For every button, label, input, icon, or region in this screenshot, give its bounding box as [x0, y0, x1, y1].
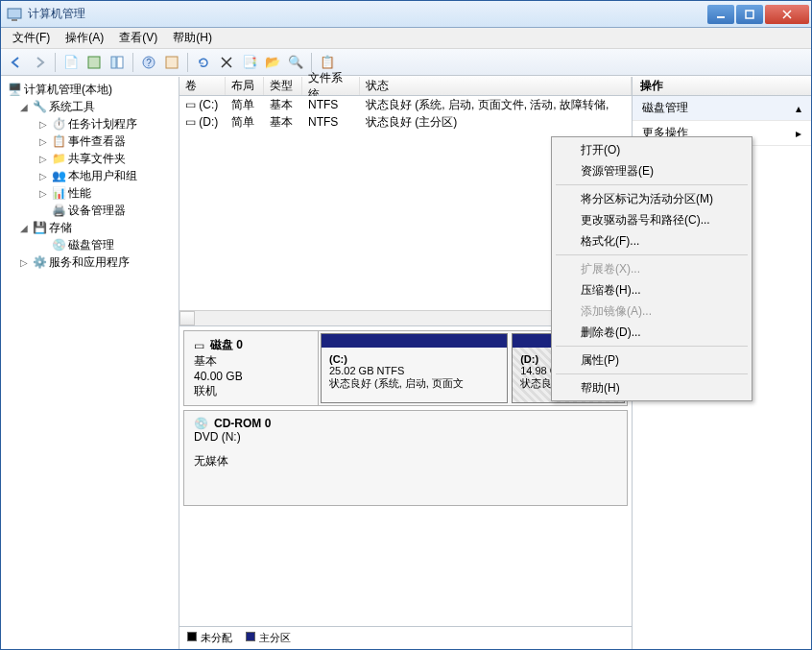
collapse-icon[interactable]: ◢: [18, 223, 30, 233]
refresh-icon[interactable]: [194, 53, 213, 72]
svg-rect-6: [117, 57, 123, 68]
menu-help[interactable]: 帮助(H): [554, 377, 750, 398]
col-status[interactable]: 状态: [360, 77, 632, 95]
svg-rect-2: [717, 16, 725, 18]
cdrom-block: 💿 CD-ROM 0 DVD (N:) 无媒体: [183, 410, 628, 506]
volume-row-c[interactable]: ▭ (C:) 简单 基本 NTFS 状态良好 (系统, 启动, 页面文件, 活动…: [179, 96, 632, 113]
expand-icon[interactable]: ▷: [37, 136, 49, 147]
drive-icon: ▭: [185, 115, 196, 129]
arrow-right-icon: ▸: [796, 127, 801, 140]
tree-shared-folders[interactable]: ▷📁共享文件夹: [1, 150, 179, 167]
disk-icon: ▭: [194, 339, 204, 352]
menu-action[interactable]: 操作(A): [58, 28, 111, 48]
expand-icon[interactable]: ▷: [37, 154, 49, 164]
up-icon[interactable]: 📄: [61, 53, 81, 72]
titlebar[interactable]: 计算机管理: [1, 1, 811, 28]
menu-extend: 扩展卷(X)...: [554, 258, 750, 279]
expand-icon[interactable]: ▷: [18, 257, 30, 268]
tree-task-scheduler[interactable]: ▷⏱️任务计划程序: [1, 115, 179, 132]
perf-icon: 📊: [51, 185, 66, 201]
device-icon: 🖨️: [51, 203, 66, 218]
folder-icon[interactable]: 📂: [263, 53, 282, 72]
menu-delete[interactable]: 删除卷(D)...: [554, 322, 750, 343]
drive-icon: ▭: [185, 98, 196, 111]
tools-icon: 🔧: [32, 99, 47, 114]
share-icon: 📁: [51, 151, 66, 166]
menu-open[interactable]: 打开(O): [554, 139, 750, 160]
nav-tree: 🖥️计算机管理(本地) ◢🔧系统工具 ▷⏱️任务计划程序 ▷📋事件查看器 ▷📁共…: [1, 77, 179, 649]
svg-rect-3: [746, 11, 753, 18]
search-icon[interactable]: 🔍: [286, 53, 305, 72]
col-volume[interactable]: 卷: [179, 77, 226, 95]
expand-icon[interactable]: ▷: [37, 188, 49, 199]
menu-mark-active[interactable]: 将分区标记为活动分区(M): [554, 188, 750, 209]
users-icon: 👥: [51, 168, 66, 183]
svg-rect-0: [8, 9, 21, 18]
menu-change-drive[interactable]: 更改驱动器号和路径(C)...: [554, 209, 750, 230]
menu-explorer[interactable]: 资源管理器(E): [554, 160, 750, 181]
menu-properties[interactable]: 属性(P): [554, 349, 750, 371]
cdrom-icon: 💿: [194, 417, 208, 430]
menu-file[interactable]: 文件(F): [5, 28, 58, 48]
storage-icon: 💾: [32, 220, 47, 235]
tree-performance[interactable]: ▷📊性能: [1, 184, 179, 202]
collapse-icon[interactable]: ◢: [18, 102, 30, 112]
tree-device-manager[interactable]: 🖨️设备管理器: [1, 202, 179, 219]
event-icon: 📋: [51, 133, 66, 149]
menubar: 文件(F) 操作(A) 查看(V) 帮助(H): [1, 28, 811, 49]
svg-rect-1: [12, 19, 17, 21]
tree-root[interactable]: 🖥️计算机管理(本地): [1, 81, 179, 98]
list-icon[interactable]: 📋: [318, 53, 337, 72]
delete-icon[interactable]: [217, 53, 236, 72]
menu-shrink[interactable]: 压缩卷(H)...: [554, 279, 750, 301]
tree-event-viewer[interactable]: ▷📋事件查看器: [1, 132, 179, 150]
computer-icon: 🖥️: [7, 82, 22, 97]
back-button[interactable]: [7, 53, 26, 72]
minimize-button[interactable]: [707, 5, 734, 24]
collapse-icon: ▴: [796, 102, 801, 115]
menu-format[interactable]: 格式化(F)...: [554, 230, 750, 252]
legend-primary: 主分区: [246, 631, 291, 645]
app-icon: [7, 7, 22, 22]
expand-icon[interactable]: ▷: [37, 119, 49, 130]
tree-services[interactable]: ▷⚙️服务和应用程序: [1, 253, 179, 271]
expand-icon[interactable]: ▷: [37, 171, 49, 181]
svg-text:?: ?: [146, 58, 152, 68]
properties-icon[interactable]: [84, 53, 104, 72]
svg-rect-9: [166, 57, 178, 68]
col-filesystem[interactable]: 文件系统: [302, 77, 360, 95]
menu-view[interactable]: 查看(V): [111, 28, 165, 48]
window-title: 计算机管理: [28, 6, 705, 22]
legend: 未分配 主分区: [179, 626, 632, 649]
col-type[interactable]: 类型: [264, 77, 302, 95]
services-icon: ⚙️: [32, 254, 47, 270]
tree-disk-management[interactable]: 💿磁盘管理: [1, 236, 179, 253]
svg-rect-4: [88, 57, 100, 68]
tree-storage[interactable]: ◢💾存储: [1, 219, 179, 236]
forward-button[interactable]: [30, 53, 49, 72]
tree-system-tools[interactable]: ◢🔧系统工具: [1, 98, 179, 115]
disk-0-info[interactable]: ▭ 磁盘 0 基本 40.00 GB 联机: [184, 331, 319, 405]
disk-icon: 💿: [51, 237, 66, 253]
settings-icon[interactable]: 📑: [240, 53, 259, 72]
volume-row-d[interactable]: ▭ (D:) 简单 基本 NTFS 状态良好 (主分区): [179, 113, 632, 131]
cdrom-info[interactable]: 💿 CD-ROM 0 DVD (N:) 无媒体: [184, 411, 319, 505]
tree-local-users[interactable]: ▷👥本地用户和组: [1, 167, 179, 184]
col-layout[interactable]: 布局: [226, 77, 264, 95]
help-icon[interactable]: ?: [139, 53, 158, 72]
maximize-button[interactable]: [736, 5, 763, 24]
toolbar: 📄 ? 📑 📂 🔍 📋: [1, 49, 811, 76]
volume-list-header: 卷 布局 类型 文件系统 状态: [179, 77, 632, 96]
actions-header: 操作: [633, 77, 811, 96]
actions-section-disk[interactable]: 磁盘管理 ▴: [633, 96, 811, 121]
context-menu: 打开(O) 资源管理器(E) 将分区标记为活动分区(M) 更改驱动器号和路径(C…: [551, 136, 752, 401]
legend-unallocated: 未分配: [187, 631, 232, 645]
menu-mirror: 添加镜像(A)...: [554, 301, 750, 322]
menu-help[interactable]: 帮助(H): [165, 28, 220, 48]
show-hide-icon[interactable]: [107, 53, 127, 72]
partition-c[interactable]: (C:) 25.02 GB NTFS 状态良好 (系统, 启动, 页面文: [321, 333, 508, 403]
view-icon[interactable]: [162, 53, 181, 72]
svg-rect-5: [111, 57, 116, 68]
close-button[interactable]: [765, 5, 809, 24]
clock-icon: ⏱️: [51, 116, 66, 132]
